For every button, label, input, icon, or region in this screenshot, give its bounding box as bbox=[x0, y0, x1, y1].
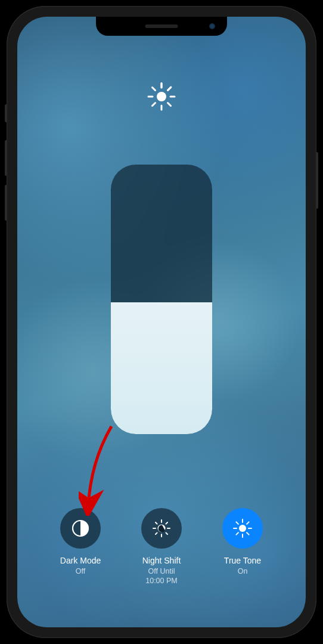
svg-line-24 bbox=[247, 532, 249, 535]
true-tone-icon bbox=[232, 518, 253, 538]
true-tone-status: On bbox=[238, 566, 248, 576]
brightness-fill bbox=[111, 302, 212, 434]
svg-line-4 bbox=[153, 88, 156, 91]
volume-up-button bbox=[5, 140, 7, 176]
dark-mode-status: Off bbox=[76, 566, 85, 576]
svg-line-5 bbox=[168, 103, 171, 106]
speaker bbox=[145, 24, 178, 28]
front-camera bbox=[209, 23, 215, 29]
dark-mode-icon bbox=[70, 518, 91, 538]
dark-mode-button[interactable] bbox=[60, 508, 101, 549]
power-button bbox=[316, 152, 318, 209]
dark-mode-control: Dark Mode Off bbox=[45, 508, 116, 586]
svg-line-6 bbox=[153, 103, 156, 106]
brightness-slider[interactable] bbox=[111, 165, 212, 434]
night-shift-status: Off Until 10:00 PM bbox=[145, 566, 178, 586]
night-shift-icon bbox=[151, 518, 172, 538]
night-shift-button[interactable] bbox=[141, 508, 182, 549]
night-shift-label: Night Shift bbox=[142, 556, 181, 565]
night-shift-control: Night Shift Off Until 10:00 PM bbox=[126, 508, 197, 586]
svg-point-18 bbox=[239, 525, 246, 532]
true-tone-label: True Tone bbox=[224, 556, 261, 565]
notch bbox=[96, 17, 227, 36]
svg-line-26 bbox=[247, 522, 249, 524]
silence-switch bbox=[5, 104, 7, 122]
svg-line-17 bbox=[166, 522, 167, 524]
true-tone-button[interactable] bbox=[222, 508, 263, 549]
dark-mode-label: Dark Mode bbox=[60, 556, 101, 565]
screen: Dark Mode Off bbox=[17, 17, 306, 627]
svg-line-7 bbox=[168, 88, 171, 91]
true-tone-control: True Tone On bbox=[207, 508, 278, 586]
svg-line-23 bbox=[236, 522, 238, 524]
volume-down-button bbox=[5, 185, 7, 221]
brightness-sun-icon bbox=[147, 82, 176, 111]
svg-line-15 bbox=[166, 532, 167, 534]
svg-line-14 bbox=[156, 522, 157, 524]
phone-frame: Dark Mode Off bbox=[7, 6, 316, 638]
brightness-panel: Dark Mode Off bbox=[17, 17, 306, 627]
svg-line-16 bbox=[156, 532, 157, 534]
display-controls-row: Dark Mode Off bbox=[17, 508, 306, 586]
svg-line-25 bbox=[236, 532, 238, 535]
